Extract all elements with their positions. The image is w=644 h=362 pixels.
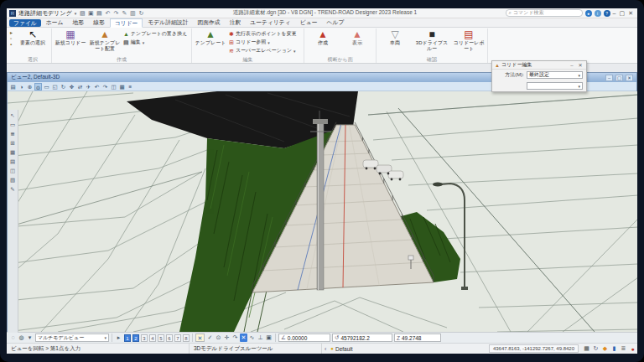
snap-tangent-icon[interactable]: ∿ [248, 334, 256, 342]
tab-annotate[interactable]: 注釈 [226, 18, 246, 27]
view-restore-button[interactable]: ▢ [615, 75, 623, 81]
alert-icon[interactable]: ◆ [600, 345, 610, 352]
zoom-out-icon[interactable]: ⊖ [34, 83, 42, 90]
clip-volume-icon[interactable]: ▦ [118, 83, 126, 90]
edit-menu-button[interactable]: ▤ 編集 ▾ [123, 39, 189, 46]
refresh-icon[interactable]: ↻ [591, 345, 600, 352]
tab-corridor[interactable]: コリドー [110, 18, 143, 28]
fence-mini-icon[interactable]: ▫ [10, 36, 13, 41]
view-toggle-4[interactable]: 4 [149, 334, 156, 342]
annotate-icon[interactable]: ✎ [121, 10, 127, 17]
view-toggle-5[interactable]: 5 [158, 334, 164, 342]
open-file-icon[interactable]: ▨ [79, 10, 86, 17]
models-icon[interactable]: ▦ [9, 148, 17, 156]
record-icon[interactable]: ● [628, 346, 637, 352]
minimize-button[interactable]: – [613, 10, 616, 17]
accudraw-x-field[interactable]: ∠ 0.00000 [278, 334, 330, 342]
active-model-name[interactable]: Default [335, 346, 353, 352]
workflow-caret-icon[interactable]: ▾ [75, 11, 77, 16]
view-toggle-1[interactable]: 1 [124, 334, 131, 342]
tab-file[interactable]: ファイル [9, 19, 41, 27]
fly-icon[interactable]: ✈ [85, 83, 92, 90]
copy-view-icon[interactable]: ◫ [110, 83, 117, 90]
template-swap-button[interactable]: ▲ テンプレートの置き換え [123, 30, 189, 38]
attach-tools-icon[interactable]: ⊞ [9, 139, 17, 147]
view-group-icon[interactable]: ▸ [115, 334, 122, 342]
next-view-icon[interactable]: ↷ [101, 83, 109, 90]
view-minimize-button[interactable]: – [605, 75, 613, 81]
snap-origin-icon[interactable]: ✓ [206, 334, 214, 342]
info-icon[interactable]: i [595, 10, 601, 17]
dialog-title-bar[interactable]: ▲ コリドー編集 – ✕ [492, 61, 586, 70]
pointer-mini-icon[interactable]: ▸ [10, 29, 13, 35]
chevron-left-icon[interactable]: ‹ [322, 346, 329, 352]
vehicle-button[interactable]: ▽ 車両 [379, 28, 411, 46]
accudraw-y-field[interactable]: ↺ 45792182.2 [332, 334, 392, 342]
snap-midpoint-icon[interactable]: ✛ [223, 334, 231, 342]
references-icon[interactable]: ◫ [9, 167, 17, 174]
view-toggle-3[interactable]: 3 [141, 334, 148, 342]
save-icon[interactable]: ▣ [87, 10, 94, 17]
accudraw-z-field[interactable]: Z 49.2748 [394, 334, 441, 342]
locks-menu-button[interactable]: ◍ [18, 334, 25, 342]
tab-terrain[interactable]: 地形 [69, 18, 89, 27]
corridor-report-button[interactable]: ▤ コリドーレポート [453, 28, 485, 51]
pan-view-icon[interactable]: ✥ [68, 83, 75, 90]
accudraw-compass-icon[interactable]: ✕ [195, 334, 205, 342]
close-button[interactable]: ✕ [628, 10, 633, 17]
explorer-icon[interactable]: ≣ [9, 130, 17, 137]
snaps-menu-button[interactable]: ◌ [9, 334, 17, 342]
tab-view[interactable]: ビュー [296, 18, 322, 27]
drive-through-button[interactable]: ■ 3Dドライブスルー [413, 28, 450, 51]
tab-model-detailing[interactable]: モデル詳細設計 [143, 18, 192, 27]
view-toggle-8[interactable]: 8 [183, 334, 190, 342]
walk-icon[interactable]: ⇄ [76, 83, 84, 90]
workflow-selector[interactable]: 道路詳細モデリング [18, 9, 72, 18]
view-toggle-2[interactable]: 2 [132, 334, 139, 342]
dialog-close-button[interactable]: ✕ [577, 62, 584, 68]
view-toggle-7[interactable]: 7 [174, 334, 181, 342]
zoom-in-icon[interactable]: ⊕ [26, 83, 34, 90]
multimodel-dropdown[interactable]: マルチモデルビュー ▾ [35, 334, 109, 342]
display-rules-button[interactable]: ▾ [26, 334, 34, 342]
list-icon[interactable]: ≣ [619, 345, 628, 352]
snap-intersection-icon[interactable]: ✕ [240, 334, 247, 342]
view-toggle-6[interactable]: 6 [166, 334, 173, 342]
clip-mask-icon[interactable]: ≡ [127, 83, 134, 90]
method-select[interactable]: 最終設定 ▾ [527, 71, 583, 79]
tool-settings-dialog[interactable]: ▲ コリドー編集 – ✕ 方法(M): 最終設定 ▾ ▾ [491, 60, 587, 92]
rotate-view-icon[interactable]: ↻ [60, 83, 67, 90]
raster-manager-icon[interactable]: ▧ [9, 176, 17, 184]
tab-help[interactable]: ヘルプ [323, 18, 349, 27]
element-selection-button[interactable]: ↖ 要素の選択 [17, 28, 49, 46]
tab-drawing-production[interactable]: 図面作成 [193, 18, 224, 27]
snap-perpendicular-icon[interactable]: ⊥ [257, 334, 264, 342]
save-status-icon[interactable]: ▦ [582, 345, 591, 352]
fence-tool-icon[interactable]: ▭ [9, 121, 17, 128]
cross-section-view-button[interactable]: ▲ 表示 [341, 28, 373, 46]
tab-alignment[interactable]: 線形 [89, 18, 109, 27]
markup-icon[interactable]: ✎ [9, 185, 17, 193]
corridor-references-button[interactable]: ⊞ コリドー参照 ▾ [229, 39, 301, 46]
window-area-icon[interactable]: ▭ [43, 83, 50, 90]
previous-view-icon[interactable]: ↶ [93, 83, 101, 90]
lock-icon[interactable]: ● [330, 346, 334, 351]
viewport-3d[interactable]: ↖▭≣⊞▦▤◫▧✎ [8, 91, 637, 333]
level-display-icon[interactable]: ▤ [9, 158, 17, 165]
style-mini-icon[interactable]: ▪ [10, 42, 13, 47]
dialog-minimize-button[interactable]: – [569, 63, 575, 68]
view-close-button[interactable]: ✕ [626, 75, 633, 81]
option-select[interactable]: ▾ [527, 82, 583, 90]
command-search-input[interactable]: ⌕ コマンド検索 [506, 9, 583, 17]
save-settings-icon[interactable]: ▤ [96, 10, 102, 17]
view-attributes-icon[interactable]: ▤ [9, 83, 17, 90]
maximize-button[interactable]: ▢ [620, 10, 626, 17]
select-tool-icon[interactable]: ↖ [9, 111, 17, 119]
cross-section-create-button[interactable]: ▲ 作成 [307, 28, 339, 46]
new-template-drop-button[interactable]: ▲ 新規テンプレート配置 [89, 28, 121, 51]
superelevation-button[interactable]: ≋ スーパーエレベーション ▾ [229, 47, 301, 54]
print-icon[interactable]: ▥ [129, 10, 136, 17]
reload-icon[interactable]: ↻ [138, 10, 144, 17]
edit-point-button[interactable]: ✱ 先行表示のポイントを変更 [229, 30, 301, 38]
snap-center-icon[interactable]: ⊙ [215, 334, 222, 342]
